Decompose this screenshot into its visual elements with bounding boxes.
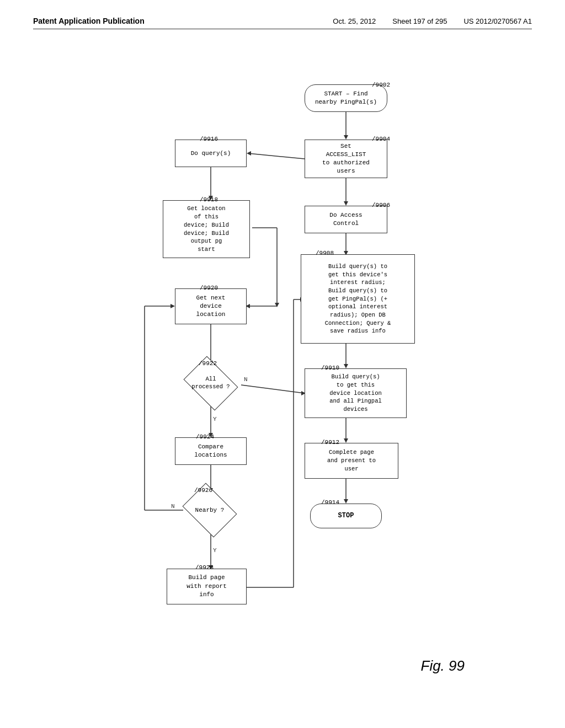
node-9918: Get locatonof thisdevice; Builddevice; B… [163, 200, 250, 258]
header-meta: Oct. 25, 2012 Sheet 197 of 295 US 2012/0… [333, 17, 532, 25]
svg-marker-35 [170, 304, 175, 308]
node-9906-tag: /9906 [372, 202, 390, 208]
node-9912: Complete pageand present touser [305, 443, 398, 479]
fig-label: Fig. 99 [421, 657, 465, 675]
svg-text:Y: Y [213, 416, 217, 422]
node-9910-label: Build query(s)to get thisdevice location… [329, 373, 382, 413]
node-9906-label: Do AccessControl [329, 211, 362, 228]
node-9924: Comparelocations [175, 437, 247, 465]
svg-text:Y: Y [213, 547, 217, 554]
node-9922-tag: /9922 [199, 360, 217, 367]
node-9914-label: STOP [338, 511, 354, 520]
node-9902: START – Findnearby PingPal(s) [305, 84, 387, 112]
node-9910: Build query(s)to get thisdevice location… [305, 368, 407, 418]
svg-marker-1 [344, 135, 348, 140]
node-9902-tag: /9902 [372, 82, 390, 88]
node-9922-container: Allprocessed ? [180, 364, 241, 403]
node-9908: Build query(s) toget this device'sintere… [301, 254, 415, 344]
node-9914: STOP [310, 504, 382, 528]
svg-line-41 [248, 153, 305, 159]
node-9914-tag: /9914 [321, 499, 339, 506]
node-9912-tag: /9912 [321, 439, 339, 446]
node-9928-label: Build pagewith reportinfo [186, 574, 227, 599]
node-9920: Get nextdevicelocation [175, 288, 247, 324]
node-9912-label: Complete pageand present touser [327, 448, 376, 473]
node-9904: SetACCESS_LISTto authorizedusers [305, 140, 387, 178]
flowchart: Y N Y N [89, 51, 476, 675]
node-9926-container: Nearby ? [179, 491, 240, 529]
node-9908-label: Build query(s) toget this device'sintere… [325, 263, 391, 335]
svg-marker-9 [344, 438, 348, 443]
node-9924-tag: /9924 [196, 433, 214, 440]
svg-text:N: N [244, 376, 248, 383]
node-9902-label: START – Findnearby PingPal(s) [315, 90, 377, 106]
page-header: Patent Application Publication Oct. 25, … [33, 17, 532, 29]
svg-marker-11 [344, 499, 348, 504]
node-9904-tag: /9904 [372, 136, 390, 142]
node-9916-label: Do query(s) [191, 149, 231, 158]
node-9904-label: SetACCESS_LISTto authorizedusers [322, 142, 370, 175]
svg-marker-3 [344, 201, 348, 206]
sheet-info: Sheet 197 of 295 [392, 17, 447, 25]
svg-marker-7 [344, 364, 348, 368]
node-9916: Do query(s) [175, 140, 247, 167]
node-9918-label: Get locatonof thisdevice; Builddevice; B… [184, 205, 229, 253]
node-9920-label: Get nextdevicelocation [196, 294, 226, 319]
node-9910-tag: /9910 [321, 365, 339, 371]
node-9922-text: Allprocessed ? [180, 364, 241, 403]
publication-label: Patent Application Publication [33, 17, 145, 25]
node-9916-tag: /9916 [200, 136, 218, 142]
patent-number: US 2012/0270567 A1 [463, 17, 532, 25]
fig-label-text: Fig. 99 [421, 657, 465, 674]
publication-date: Oct. 25, 2012 [333, 17, 376, 25]
node-9918-tag: /9918 [200, 196, 218, 203]
node-9908-tag: /9908 [316, 250, 334, 256]
node-9920-tag: /9920 [200, 285, 218, 291]
node-9924-label: Comparelocations [194, 443, 227, 459]
node-9926-tag: /9926 [194, 487, 212, 494]
svg-marker-42 [247, 151, 251, 156]
node-9906: Do AccessControl [305, 206, 387, 233]
node-9926-text: Nearby ? [179, 491, 240, 529]
svg-marker-16 [275, 303, 279, 307]
node-9928: Build pagewith reportinfo [167, 569, 247, 604]
node-9928-tag: /9928 [195, 564, 214, 571]
arrows-svg: Y N Y N [89, 51, 476, 675]
page: Patent Application Publication Oct. 25, … [0, 0, 565, 728]
svg-text:N: N [171, 503, 175, 510]
svg-line-24 [241, 385, 305, 393]
